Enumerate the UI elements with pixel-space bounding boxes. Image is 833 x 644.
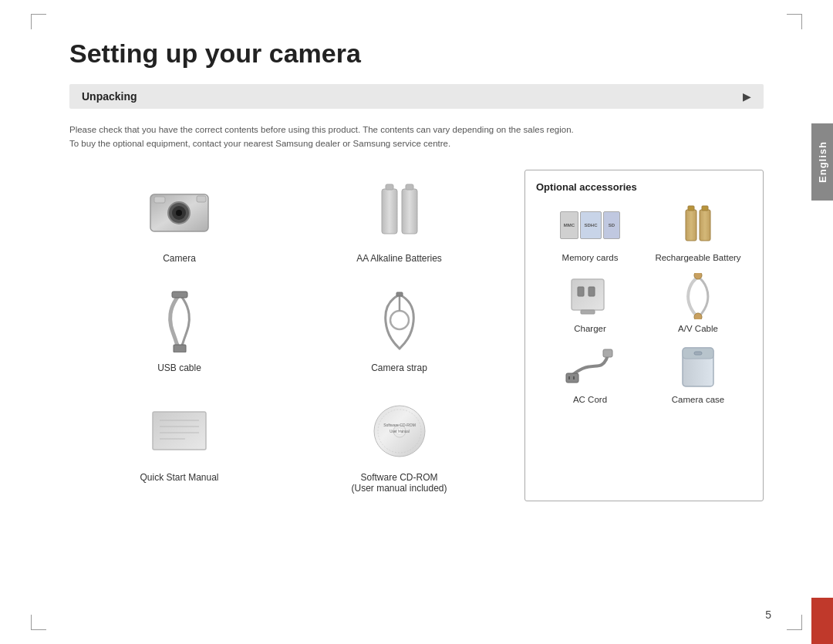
svg-rect-33	[581, 310, 595, 314]
svg-rect-5	[197, 196, 206, 202]
acc-ac-cord: AC Cord	[536, 344, 644, 404]
sdhc-card: SDHC	[580, 211, 602, 239]
software-cd-label: Software CD-ROM(User manual included)	[351, 472, 447, 494]
camera-case-image	[667, 344, 729, 390]
svg-rect-39	[603, 349, 612, 357]
svg-rect-4	[154, 197, 165, 203]
svg-point-35	[694, 313, 702, 319]
svg-rect-42	[694, 352, 702, 355]
item-software-cd: Software CD-ROM User Manual Software CD-…	[289, 389, 509, 501]
intro-text: Please check that you have the correct c…	[69, 123, 764, 151]
optional-accessories-box: Optional accessories MMC SDHC SD Memory …	[524, 170, 764, 501]
camera-icon	[147, 187, 212, 237]
cd-rom-icon: Software CD-ROM User Manual	[372, 403, 427, 459]
ac-cord-label: AC Cord	[573, 395, 607, 404]
charger-label: Charger	[574, 324, 606, 333]
svg-rect-29	[702, 206, 708, 211]
quick-start-manual-label: Quick Start Manual	[140, 472, 218, 483]
ac-cord-icon	[563, 346, 617, 388]
av-cable-image	[667, 273, 729, 319]
unpacking-section-header: Unpacking ▶	[69, 84, 764, 109]
svg-rect-30	[572, 279, 604, 310]
camera-strap-icon	[376, 291, 423, 352]
acc-rechargeable-battery: Rechargeable Battery	[644, 202, 752, 262]
section-header-title: Unpacking	[82, 90, 137, 103]
camera-case-icon	[679, 344, 717, 390]
memory-cards-image: MMC SDHC SD	[559, 202, 621, 248]
svg-rect-28	[700, 210, 710, 241]
sd-card: SD	[603, 211, 620, 239]
camera-strap-image	[365, 287, 434, 356]
memory-cards-label: Memory cards	[562, 253, 619, 262]
svg-rect-31	[578, 287, 584, 296]
svg-rect-15	[153, 412, 206, 450]
item-batteries: AA Alkaline Batteries	[289, 170, 509, 271]
av-cable-icon	[675, 273, 721, 319]
usb-cable-image	[145, 287, 214, 356]
svg-rect-10	[172, 292, 187, 298]
charger-image	[559, 273, 621, 319]
red-accent-decoration	[811, 598, 833, 644]
acc-camera-case: Camera case	[644, 344, 752, 404]
corner-mark-tl	[31, 14, 46, 29]
batteries-image	[365, 177, 434, 247]
svg-text:Software CD-ROM: Software CD-ROM	[383, 423, 416, 427]
svg-rect-26	[686, 210, 696, 241]
usb-cable-label: USB cable	[157, 362, 201, 373]
svg-rect-8	[402, 189, 417, 234]
svg-point-34	[694, 273, 702, 279]
svg-rect-6	[382, 189, 397, 234]
svg-rect-14	[396, 292, 403, 296]
svg-rect-36	[566, 373, 578, 383]
batteries-icon	[373, 181, 427, 243]
svg-rect-9	[406, 184, 413, 190]
ac-cord-image	[559, 344, 621, 390]
item-usb-cable: USB cable	[69, 279, 289, 381]
item-camera: Camera	[69, 170, 289, 271]
page-title: Setting up your camera	[69, 39, 764, 69]
quick-start-manual-image	[145, 396, 214, 466]
english-tab-label: English	[817, 141, 828, 183]
english-language-tab: English	[811, 123, 833, 201]
rechargeable-battery-image	[667, 202, 729, 248]
main-content: Camera	[69, 170, 764, 501]
acc-av-cable: A/V Cable	[644, 273, 752, 333]
camera-image	[145, 177, 214, 247]
corner-mark-bl	[31, 615, 46, 630]
software-cd-image: Software CD-ROM User Manual	[365, 396, 434, 466]
camera-case-label: Camera case	[672, 395, 724, 404]
svg-rect-11	[174, 345, 186, 352]
svg-text:User Manual: User Manual	[390, 430, 410, 433]
acc-charger: Charger	[536, 273, 644, 333]
rechargeable-battery-label: Rechargeable Battery	[655, 253, 740, 262]
camera-label: Camera	[163, 253, 196, 264]
optional-accessories-title: Optional accessories	[536, 181, 752, 193]
included-items-grid: Camera	[69, 170, 509, 501]
page-number: 5	[765, 609, 771, 621]
item-camera-strap: Camera strap	[289, 279, 509, 381]
av-cable-label: A/V Cable	[678, 324, 718, 333]
svg-rect-27	[688, 206, 694, 211]
rechargeable-battery-icon	[675, 204, 721, 246]
acc-memory-cards: MMC SDHC SD Memory cards	[536, 202, 644, 262]
svg-rect-7	[386, 184, 393, 190]
usb-cable-icon	[157, 291, 203, 352]
accessories-grid: MMC SDHC SD Memory cards	[536, 202, 752, 404]
charger-icon	[565, 273, 615, 319]
manual-icon	[150, 410, 208, 452]
svg-point-12	[390, 311, 409, 329]
section-header-arrow-icon: ▶	[743, 90, 751, 103]
corner-mark-br	[787, 615, 802, 630]
mmc-card: MMC	[560, 211, 578, 239]
batteries-label: AA Alkaline Batteries	[356, 253, 442, 264]
svg-rect-32	[588, 287, 595, 296]
item-quick-start-manual: Quick Start Manual	[69, 389, 289, 501]
corner-mark-tr	[787, 14, 802, 29]
camera-strap-label: Camera strap	[371, 362, 427, 373]
svg-point-3	[176, 210, 182, 216]
